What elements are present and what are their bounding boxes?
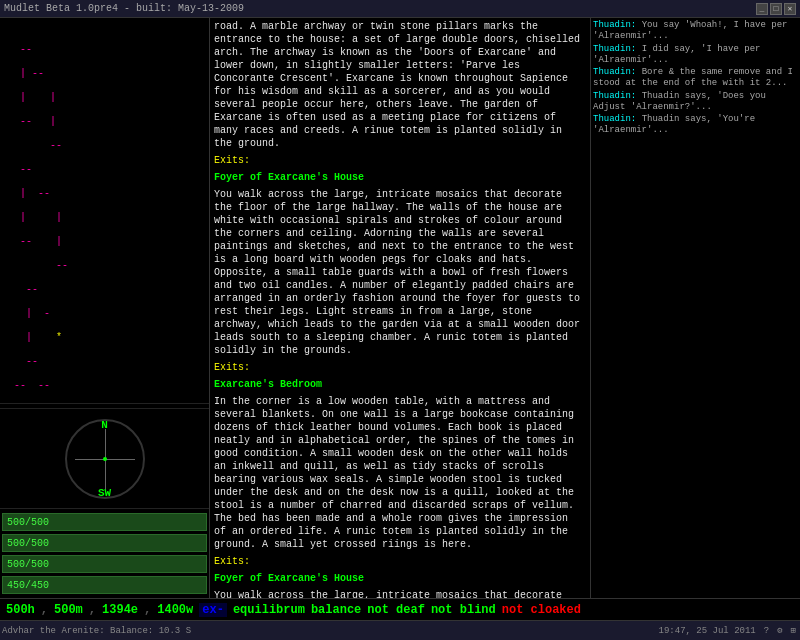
stat-mana: 500m — [54, 603, 83, 617]
btn-3[interactable]: 500/500 — [2, 555, 207, 573]
side-line-4: Thuadin: Thuadin says, 'Does you Adjust … — [593, 91, 798, 114]
settings-icon[interactable]: ⚙ — [777, 625, 782, 636]
titlebar-controls: _ □ ✕ — [756, 3, 796, 15]
buttons-panel: 500/500 500/500 500/500 450/450 — [0, 508, 209, 598]
compass-crosshair — [75, 429, 135, 489]
exits-2: Exits: — [214, 361, 586, 374]
titlebar: Mudlet Beta 1.0pre4 - built: May-13-2009… — [0, 0, 800, 18]
text-content-1: road. A marble archway or twin stone pil… — [214, 21, 580, 149]
text-block-2: You walk across the large, intricate mos… — [214, 188, 586, 357]
status-equilibrum: equilibrum — [233, 603, 305, 617]
stat-exp: 1394e — [102, 603, 138, 617]
text-block-1: road. A marble archway or twin stone pil… — [214, 20, 586, 150]
exits-1: Exits: — [214, 154, 586, 167]
btn-2[interactable]: 500/500 — [2, 534, 207, 552]
minimize-button[interactable]: _ — [756, 3, 768, 15]
side-line-3: Thuadin: Bore & the same remove and I st… — [593, 67, 798, 90]
stat-hp: 500h — [6, 603, 35, 617]
main-layout: -- | -- | | -- | -- -- | -- | | -- | -- … — [0, 18, 800, 598]
left-panel: -- | -- | | -- | -- -- | -- | | -- | -- … — [0, 18, 210, 598]
map-area: -- | -- | | -- | -- -- | -- | | -- | -- … — [0, 18, 209, 403]
side-line-1: Thuadin: You say 'Whoah!, I have per 'Al… — [593, 20, 798, 43]
status-ex: ex- — [199, 603, 227, 617]
status-not-blind: not blind — [431, 603, 496, 617]
exits-3: Exits: — [214, 555, 586, 568]
status-not-cloaked: not cloaked — [502, 603, 581, 617]
room-header-3: Foyer of Exarcane's House — [214, 572, 586, 585]
titlebar-title: Mudlet Beta 1.0pre4 - built: May-13-2009 — [4, 3, 244, 14]
side-line-5: Thuadin: Thuadin says, 'You're 'Alraenmi… — [593, 114, 798, 137]
close-button[interactable]: ✕ — [784, 3, 796, 15]
text-block-4: You walk across the large, intricate mos… — [214, 589, 586, 598]
text-block-3: In the corner is a low wooden table, wit… — [214, 395, 586, 551]
compass: N SW — [65, 419, 145, 499]
content-area: road. A marble archway or twin stone pil… — [210, 18, 800, 598]
main-text-area: road. A marble archway or twin stone pil… — [210, 18, 590, 598]
compass-dot — [103, 457, 107, 461]
status-bar: 500h , 500m , 1394e , 1400w ex- equilibr… — [0, 598, 800, 620]
bottom-time: 19:47, 25 Jul 2011 — [659, 626, 756, 636]
btn-4[interactable]: 450/450 — [2, 576, 207, 594]
status-balance: balance — [311, 603, 361, 617]
side-line-2: Thuadin: I did say, 'I have per 'Alraenm… — [593, 44, 798, 67]
stat-tnl: 1400w — [157, 603, 193, 617]
compass-area: N SW — [0, 408, 209, 508]
status-not-deaf: not deaf — [367, 603, 425, 617]
side-chat-panel: Thuadin: You say 'Whoah!, I have per 'Al… — [590, 18, 800, 598]
coord-label: Advhar the Arenite: Balance: 10.3 S — [2, 626, 191, 636]
room-header-2: Exarcane's Bedroom — [214, 378, 586, 391]
map-display: -- | -- | | -- | -- -- | -- | | -- | -- … — [0, 18, 209, 403]
room-header-1: Foyer of Exarcane's House — [214, 171, 586, 184]
network-icon[interactable]: ⊞ — [791, 625, 796, 636]
bottom-right: 19:47, 25 Jul 2011 ? ⚙ ⊞ — [659, 625, 796, 636]
maximize-button[interactable]: □ — [770, 3, 782, 15]
btn-1[interactable]: 500/500 — [2, 513, 207, 531]
help-icon[interactable]: ? — [764, 626, 769, 636]
